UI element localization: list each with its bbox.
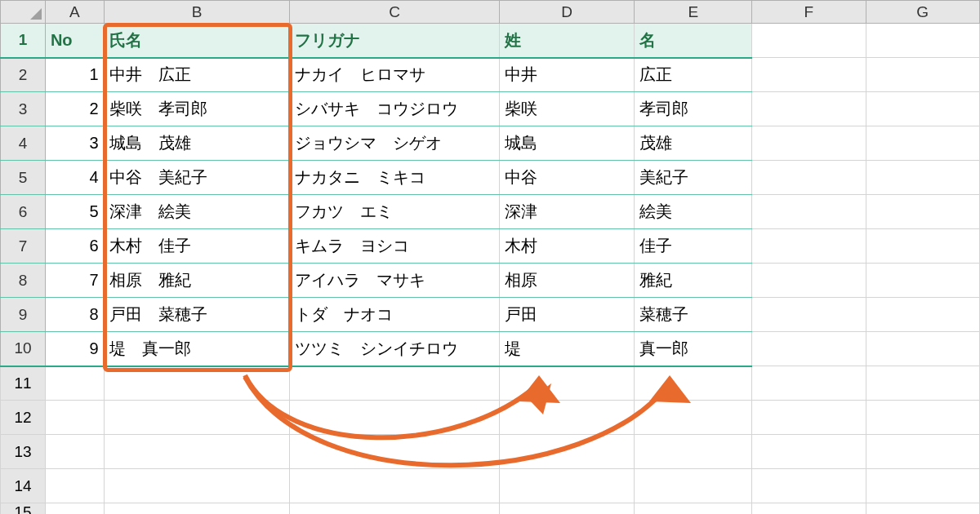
cell-mei[interactable]: 菜穂子 [635,298,752,332]
header-sei[interactable]: 姓 [500,24,635,58]
cell-name[interactable]: 中井 広正 [104,58,290,92]
cell[interactable] [752,366,866,401]
cell[interactable] [752,24,866,58]
cell[interactable] [500,503,635,515]
cell-mei[interactable]: 雅紀 [635,264,752,298]
cell[interactable] [290,503,500,515]
cell[interactable] [866,126,979,161]
row-header-14[interactable]: 14 [1,469,46,503]
cell[interactable] [866,435,979,469]
cell-name[interactable]: 相原 雅紀 [104,264,290,298]
cell[interactable] [290,469,500,503]
cell[interactable] [500,469,635,503]
cell[interactable] [45,503,104,515]
cell[interactable] [635,503,752,515]
cell[interactable] [752,161,866,195]
row-header-10[interactable]: 10 [1,332,46,366]
header-furigana[interactable]: フリガナ [290,24,500,58]
cell-name[interactable]: 城島 茂雄 [104,126,290,161]
col-header-G[interactable]: G [866,1,979,24]
row-header-1[interactable]: 1 [1,24,46,58]
cell-sei[interactable]: 戸田 [500,298,635,332]
cell[interactable] [866,195,979,229]
cell[interactable] [752,298,866,332]
cell[interactable] [866,366,979,401]
col-header-F[interactable]: F [752,1,866,24]
cell-no[interactable]: 9 [45,332,104,366]
col-header-C[interactable]: C [290,1,500,24]
cell[interactable] [635,366,752,401]
cell-name[interactable]: 深津 絵美 [104,195,290,229]
cell[interactable] [45,401,104,435]
cell-sei[interactable]: 深津 [500,195,635,229]
cell[interactable] [866,24,979,58]
col-header-D[interactable]: D [500,1,635,24]
row-header-15[interactable]: 15 [1,503,46,515]
cell-furigana[interactable]: キムラ ヨシコ [290,229,500,264]
cell-sei[interactable]: 城島 [500,126,635,161]
row-header-7[interactable]: 7 [1,229,46,264]
cell-furigana[interactable]: ナカイ ヒロマサ [290,58,500,92]
cell-sei[interactable]: 木村 [500,229,635,264]
cell[interactable] [635,435,752,469]
row-header-5[interactable]: 5 [1,161,46,195]
cell[interactable] [752,126,866,161]
header-mei[interactable]: 名 [635,24,752,58]
cell-mei[interactable]: 茂雄 [635,126,752,161]
row-header-9[interactable]: 9 [1,298,46,332]
cell-sei[interactable]: 柴咲 [500,92,635,126]
cell-sei[interactable]: 中井 [500,58,635,92]
cell[interactable] [866,298,979,332]
cell-no[interactable]: 8 [45,298,104,332]
col-header-B[interactable]: B [104,1,290,24]
cell[interactable] [104,366,290,401]
cell[interactable] [752,332,866,366]
cell[interactable] [290,435,500,469]
cell-no[interactable]: 5 [45,195,104,229]
cell[interactable] [752,401,866,435]
col-header-E[interactable]: E [635,1,752,24]
cell[interactable] [866,161,979,195]
cell[interactable] [500,366,635,401]
cell-mei[interactable]: 佳子 [635,229,752,264]
cell[interactable] [45,435,104,469]
row-header-6[interactable]: 6 [1,195,46,229]
cell[interactable] [500,435,635,469]
cell-furigana[interactable]: ナカタニ ミキコ [290,161,500,195]
cell-name[interactable]: 木村 佳子 [104,229,290,264]
cell-furigana[interactable]: ジョウシマ シゲオ [290,126,500,161]
cell[interactable] [752,92,866,126]
cell-sei[interactable]: 中谷 [500,161,635,195]
cell-sei[interactable]: 堤 [500,332,635,366]
cell[interactable] [104,401,290,435]
cell[interactable] [290,401,500,435]
cell-no[interactable]: 6 [45,229,104,264]
cell-furigana[interactable]: アイハラ マサキ [290,264,500,298]
cell-furigana[interactable]: フカツ エミ [290,195,500,229]
cell-sei[interactable]: 相原 [500,264,635,298]
cell[interactable] [752,195,866,229]
header-no[interactable]: No [45,24,104,58]
cell-mei[interactable]: 美紀子 [635,161,752,195]
cell-mei[interactable]: 絵美 [635,195,752,229]
header-name[interactable]: 氏名 [104,24,290,58]
cell[interactable] [866,332,979,366]
cell-mei[interactable]: 孝司郎 [635,92,752,126]
cell[interactable] [752,469,866,503]
row-header-4[interactable]: 4 [1,126,46,161]
cell-no[interactable]: 4 [45,161,104,195]
cell-no[interactable]: 1 [45,58,104,92]
cell-name[interactable]: 柴咲 孝司郎 [104,92,290,126]
cell[interactable] [752,503,866,515]
cell[interactable] [866,503,979,515]
row-header-2[interactable]: 2 [1,58,46,92]
row-header-8[interactable]: 8 [1,264,46,298]
row-header-3[interactable]: 3 [1,92,46,126]
cell[interactable] [45,469,104,503]
cell-furigana[interactable]: シバサキ コウジロウ [290,92,500,126]
cell[interactable] [866,229,979,264]
cell[interactable] [752,435,866,469]
col-header-A[interactable]: A [45,1,104,24]
cell-no[interactable]: 3 [45,126,104,161]
cell-name[interactable]: 堤 真一郎 [104,332,290,366]
